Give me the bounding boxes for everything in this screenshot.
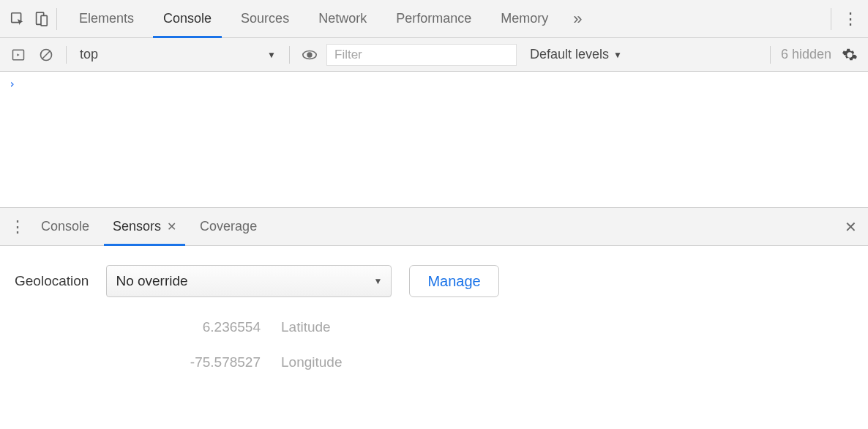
svg-rect-2 — [41, 15, 47, 26]
longitude-row: -75.578527 Longitude — [151, 354, 853, 370]
tab-elements[interactable]: Elements — [64, 0, 149, 37]
tab-console[interactable]: Console — [149, 0, 226, 37]
console-settings-icon[interactable] — [839, 44, 861, 66]
tab-label: Performance — [396, 11, 471, 26]
drawer-tab-label: Console — [41, 219, 89, 234]
tab-memory[interactable]: Memory — [486, 0, 563, 37]
console-prompt-icon: › — [9, 78, 15, 91]
tab-performance[interactable]: Performance — [381, 0, 486, 37]
select-value: No override — [116, 273, 187, 289]
drawer-tab-coverage[interactable]: Coverage — [188, 208, 269, 245]
geolocation-row: Geolocation No override ▼ Manage — [15, 265, 853, 297]
tab-list: Elements Console Sources Network Perform… — [64, 0, 592, 37]
tab-label: Network — [318, 11, 367, 26]
inspect-element-icon[interactable] — [6, 0, 29, 38]
console-toolbar: top ▼ Default levels ▼ 6 hidden — [0, 38, 868, 72]
console-sidebar-toggle-icon[interactable] — [7, 44, 29, 66]
close-drawer-icon[interactable]: ✕ — [839, 208, 862, 246]
svg-line-5 — [42, 51, 50, 59]
sensors-panel: Geolocation No override ▼ Manage 6.23655… — [0, 246, 868, 429]
live-expression-icon[interactable] — [299, 44, 321, 66]
tab-label: Console — [163, 11, 212, 26]
hidden-messages-count[interactable]: 6 hidden — [781, 47, 831, 62]
console-output[interactable]: › — [0, 72, 868, 208]
tab-sources[interactable]: Sources — [226, 0, 304, 37]
separator — [770, 46, 771, 64]
drawer-tab-label: Coverage — [200, 219, 257, 234]
chevron-down-icon: ▼ — [613, 50, 622, 60]
drawer-tab-sensors[interactable]: Sensors ✕ — [101, 208, 188, 245]
levels-label: Default levels — [530, 47, 609, 62]
more-options-icon[interactable]: ⋮ — [839, 0, 862, 38]
longitude-value: -75.578527 — [151, 354, 261, 370]
drawer-tab-console[interactable]: Console — [29, 208, 101, 245]
filter-input[interactable] — [326, 44, 517, 66]
chevron-down-icon: ▼ — [267, 50, 276, 60]
context-value: top — [80, 47, 98, 62]
latitude-row: 6.236554 Latitude — [151, 319, 853, 335]
latitude-label: Latitude — [281, 319, 331, 335]
chevron-down-icon: ▼ — [374, 276, 383, 286]
clear-console-icon[interactable] — [35, 44, 57, 66]
separator — [831, 8, 831, 30]
svg-point-7 — [307, 52, 312, 57]
latitude-value: 6.236554 — [151, 319, 261, 335]
drawer-tabs: ⋮ Console Sensors ✕ Coverage ✕ — [0, 208, 868, 246]
tab-label: Sources — [241, 11, 289, 26]
geolocation-override-select[interactable]: No override ▼ — [106, 265, 392, 297]
separator — [66, 46, 67, 64]
execution-context-select[interactable]: top ▼ — [75, 47, 280, 62]
separator — [289, 46, 290, 64]
button-label: Manage — [427, 273, 480, 290]
tab-label: Elements — [79, 11, 134, 26]
geolocation-section-label: Geolocation — [15, 273, 89, 289]
drawer-tab-label: Sensors — [113, 219, 161, 234]
device-toolbar-icon[interactable] — [29, 0, 53, 38]
longitude-label: Longitude — [281, 354, 342, 370]
close-icon[interactable]: ✕ — [167, 220, 176, 234]
tabs-overflow-icon[interactable]: » — [563, 0, 592, 37]
devtools-main-tabs: Elements Console Sources Network Perform… — [0, 0, 868, 38]
log-levels-select[interactable]: Default levels ▼ — [530, 47, 622, 62]
drawer-more-icon[interactable]: ⋮ — [6, 208, 29, 246]
separator — [56, 8, 57, 30]
tab-network[interactable]: Network — [304, 0, 381, 37]
tab-label: Memory — [501, 11, 548, 26]
manage-button[interactable]: Manage — [409, 265, 498, 297]
